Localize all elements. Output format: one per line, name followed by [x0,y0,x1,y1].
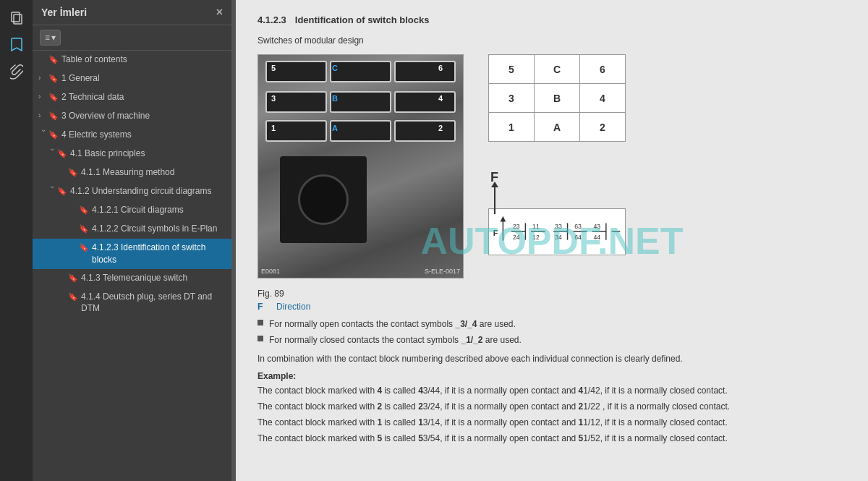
svg-text:12: 12 [532,234,540,241]
doc-section: 4.1.2.3 Identification of switch blocks … [258,14,846,445]
item-4-1-label: 4.1 Basic principles [70,148,226,160]
bookmark-1-icon: 🔖 [48,73,59,84]
item-4-1-3-label: 4.1.3 Telemecanique switch [81,272,226,284]
left-toolbar [0,0,33,481]
svg-rect-1 [12,12,20,22]
grid-cell-3: 3 [489,84,535,113]
photo-label-left: E0081 [261,268,280,275]
bullet-square-1 [258,320,263,325]
sidebar-tree: 🔖 Table of contents › 🔖 1 General › 🔖 2 … [33,51,231,481]
sidebar-title: Yer İmleri [41,7,87,18]
main-content: AUTOPDF.NET 4.1.2.3 Identification of sw… [236,0,868,481]
grid-cell-6: 6 [580,55,626,84]
grid-cell-5: 5 [489,55,535,84]
svg-text:44: 44 [593,234,600,241]
circuit-diagram: F 23 24 11 12 [488,208,626,255]
bookmark-4-1-2-2-icon: 🔖 [79,224,89,234]
svg-text:43: 43 [593,223,600,230]
no-expand-4-1-1 [58,167,68,177]
bookmark-4-1-2-1-icon: 🔖 [79,205,89,216]
grid-cell-C: C [535,55,580,84]
bookmark-2-icon: 🔖 [48,92,59,103]
no-expand-4-1-2-1 [69,205,79,215]
sidebar-item-1[interactable]: › 🔖 1 General [33,69,231,88]
item-4-label: 4 Electric systems [61,129,226,141]
section-title: Identification of switch blocks [295,14,430,25]
paperclip-icon[interactable] [5,61,28,84]
item-4-1-2-3-label: 4.1.2.3 Identification of switch blocks [92,242,226,266]
grid-cell-2: 2 [580,113,626,142]
bookmark-4-1-3-icon: 🔖 [68,273,78,284]
sidebar-item-4-1-3[interactable]: 🔖 4.1.3 Telemecanique switch [33,269,231,288]
no-expand-4-1-2-3 [69,242,79,252]
expand-4: › [38,129,48,140]
svg-rect-0 [14,14,22,24]
item-3-label: 3 Overview of machine [61,110,226,122]
item-1-label: 1 General [61,72,226,85]
example-label: Example: [258,371,846,381]
item-4-1-2-2-label: 4.1.2.2 Circuit symbols in E-Plan [92,223,226,235]
sidebar-toolbar: ≡ ▾ [33,25,231,51]
expand-1: › [38,73,48,83]
no-expand-4-1-4 [58,291,68,302]
bullet-text-1: For normally open contacts the contact s… [269,318,516,331]
example-1: The contact block marked with 4 is calle… [258,384,846,397]
sidebar-item-4[interactable]: › 🔖 4 Electric systems [33,126,231,145]
svg-text:11: 11 [532,223,540,230]
bullet-item-2: For normally closed contacts the contact… [258,333,846,346]
sidebar-item-4-1-2-3[interactable]: 🔖 4.1.2.3 Identification of switch block… [33,239,231,269]
item-4-1-2-1-label: 4.1.2.1 Circuit diagrams [92,204,226,216]
svg-text:33: 33 [555,223,562,230]
bookmark-3-icon: 🔖 [48,111,59,122]
sidebar-close-button[interactable]: × [216,6,223,19]
sidebar-item-4-1[interactable]: › 🔖 4.1 Basic principles [33,145,231,163]
bullet-square-2 [258,336,263,341]
svg-text:23: 23 [513,223,520,230]
bookmark-icon[interactable] [5,33,28,56]
bookmark-toc-icon: 🔖 [48,54,59,65]
sidebar-item-4-1-2-2[interactable]: 🔖 4.1.2.2 Circuit symbols in E-Plan [33,220,231,239]
bookmark-4-icon: 🔖 [48,129,59,140]
copy-icon[interactable] [5,6,28,29]
sidebar-item-toc[interactable]: 🔖 Table of contents [33,51,231,69]
item-4-1-1-label: 4.1.1 Measuring method [81,166,226,179]
example-4: The contact block marked with 5 is calle… [258,432,846,445]
svg-text:63: 63 [574,223,582,230]
bookmark-4-1-2-3-icon: 🔖 [79,242,89,253]
sidebar-view-btn[interactable]: ≡ ▾ [40,30,61,46]
item-2-label: 2 Technical data [61,91,226,103]
svg-text:24: 24 [513,234,520,241]
section-subtitle: Switches of modular design [258,35,846,46]
bullet-list: For normally open contacts the contact s… [258,318,846,346]
fig-direction-label: Direction [276,302,310,312]
expand-2: › [38,92,48,102]
svg-text:64: 64 [574,234,582,241]
fig-item-F: F Direction [258,302,846,312]
sidebar-item-4-1-4[interactable]: 🔖 4.1.4 Deutsch plug, series DT and DTM [33,288,231,318]
item-4-1-2-label: 4.1.2 Understanding circuit diagrams [70,185,226,197]
grid-cell-A: A [535,113,580,142]
bullet-item-1: For normally open contacts the contact s… [258,318,846,331]
svg-marker-4 [500,216,506,222]
bookmark-4-1-4-icon: 🔖 [68,291,78,302]
sidebar-item-4-1-2-1[interactable]: 🔖 4.1.2.1 Circuit diagrams [33,201,231,220]
item-4-1-4-label: 4.1.4 Deutsch plug, series DT and DTM [81,291,226,315]
grid-cell-1: 1 [489,113,535,142]
bookmark-4-1-2-icon: 🔖 [57,186,67,197]
sidebar-item-3[interactable]: › 🔖 3 Overview of machine [33,107,231,126]
sidebar-item-4-1-2[interactable]: › 🔖 4.1.2 Understanding circuit diagrams [33,182,231,201]
grid-cell-4: 4 [580,84,626,113]
svg-text:F: F [493,229,498,237]
bookmark-4-1-icon: 🔖 [57,148,67,159]
fig-key-F: F [258,302,272,312]
sidebar-item-4-1-1[interactable]: 🔖 4.1.1 Measuring method [33,163,231,182]
sidebar-item-2[interactable]: › 🔖 2 Technical data [33,88,231,107]
section-number: 4.1.2.3 [258,14,286,25]
switch-grid: 5 C 6 3 B 4 1 A 2 [488,54,626,142]
expand-4-1: › [47,148,57,158]
sidebar-header: Yer İmleri × [33,0,231,25]
bookmark-4-1-1-icon: 🔖 [68,167,78,178]
no-expand-4-1-3 [58,273,68,283]
toc-label: Table of contents [61,54,226,66]
bullet-text-2: For normally closed contacts the contact… [269,333,522,346]
